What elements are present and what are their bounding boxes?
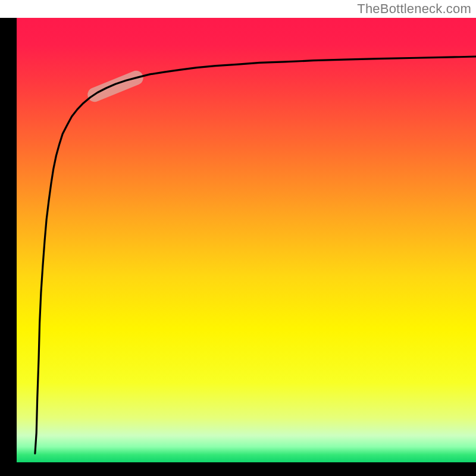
attribution-label: TheBottleneck.com (357, 1, 471, 17)
chart-svg (0, 0, 476, 476)
chart-container (0, 0, 476, 476)
plot-background (17, 18, 476, 462)
axis-bottom-band (0, 462, 476, 476)
axis-left-band (0, 18, 17, 476)
